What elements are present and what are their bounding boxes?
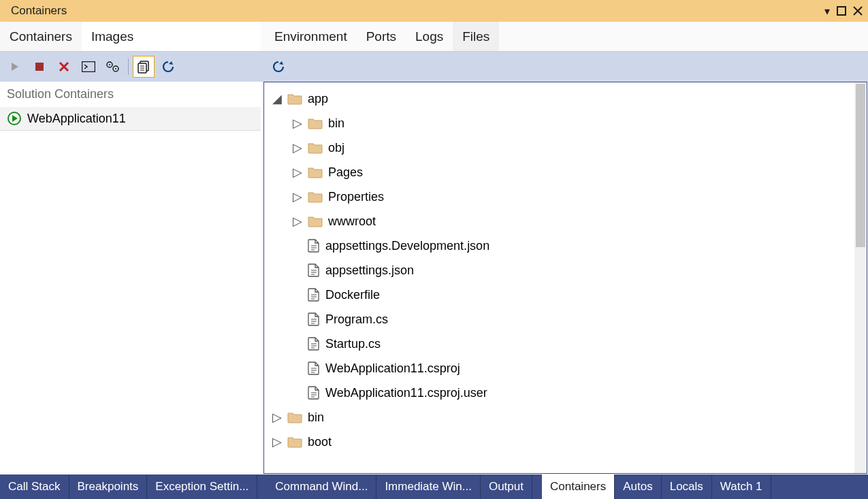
tree-row[interactable]: ▷boot [264,430,854,454]
left-tab-containers[interactable]: Containers [0,22,82,51]
tree-label: obj [328,141,344,155]
tree-row[interactable]: Program.cs [264,307,854,332]
expander-closed-icon[interactable]: ▷ [293,165,302,180]
tree-row[interactable]: Startup.cs [264,332,854,356]
left-tabs: Containers Images [0,22,261,52]
folder-icon [308,142,323,154]
tree-label: Dockerfile [325,288,380,302]
folder-icon [287,436,302,448]
right-toolbar [261,52,868,82]
tree-row[interactable]: WebApplication11.csproj.user [264,381,854,405]
tree-label: WebApplication11.csproj.user [325,386,487,400]
left-toolbar [0,52,261,82]
svg-point-4 [109,64,110,65]
right-tab-files[interactable]: Files [453,22,499,51]
tree-row[interactable]: WebApplication11.csproj [264,356,854,381]
right-tab-ports[interactable]: Ports [357,22,406,51]
scrollbar[interactable] [854,82,867,473]
left-pane: Containers Images [0,22,261,474]
bottom-tab[interactable]: Call Stack [0,474,69,499]
bottom-tabs: Call StackBreakpointsException Settin...… [0,474,868,499]
svg-rect-2 [82,62,95,72]
file-icon [308,239,320,253]
svg-point-6 [115,68,116,69]
file-tree[interactable]: ◢app▷bin▷obj▷Pages▷Properties▷wwwrootapp… [264,82,854,473]
bottom-tab[interactable]: Watch 1 [712,474,771,499]
tree-label: wwwroot [328,214,376,229]
expander-open-icon[interactable]: ◢ [272,91,282,106]
folder-icon [308,166,323,178]
expander-closed-icon[interactable]: ▷ [272,410,282,425]
tree-label: appsettings.json [325,263,414,278]
right-pane: Environment Ports Logs Files ◢app▷bin▷ob… [261,22,868,474]
file-icon [308,361,320,375]
tree-label: Properties [328,190,384,204]
tree-row[interactable]: ◢app [264,86,854,111]
delete-button[interactable] [53,56,75,78]
container-list-item[interactable]: WebApplication11 [0,107,261,131]
file-icon [308,288,320,302]
tree-row[interactable]: appsettings.Development.json [264,234,854,258]
titlebar: Containers ▾ [0,0,868,22]
tree-label: bin [308,411,324,425]
expander-closed-icon[interactable]: ▷ [293,214,302,229]
bottom-tab[interactable]: Exception Settin... [147,474,257,499]
start-button[interactable] [4,56,26,78]
folder-icon [287,411,302,423]
refresh-right-button[interactable] [268,56,289,78]
window-dropdown-icon[interactable]: ▾ [824,5,830,18]
tree-label: appsettings.Development.json [325,239,489,253]
tree-label: Pages [328,165,363,180]
tree-row[interactable]: ▷Pages [264,160,854,184]
left-body: Solution Containers WebApplication11 [0,82,261,474]
expander-closed-icon[interactable]: ▷ [293,140,302,155]
tree-row[interactable]: ▷bin [264,405,854,430]
titlebar-title: Containers [5,4,824,18]
tree-label: Program.cs [325,312,388,327]
folder-icon [308,191,323,203]
titlebar-controls: ▾ [824,5,863,18]
bottom-tab[interactable]: Command Wind... [267,474,376,499]
bottom-tab[interactable]: Breakpoints [69,474,148,499]
folder-icon [308,117,323,129]
tree-row[interactable]: ▷bin [264,111,854,135]
file-icon [308,386,320,400]
tree-label: Startup.cs [325,337,381,351]
expander-closed-icon[interactable]: ▷ [272,434,282,449]
window-close-icon[interactable] [853,6,863,16]
folder-icon [287,93,302,105]
expander-closed-icon[interactable]: ▷ [293,189,302,204]
refresh-left-button[interactable] [157,56,179,78]
file-icon [308,337,320,351]
bottom-tab[interactable]: Output [481,474,532,499]
bottom-tab[interactable]: Immediate Win... [376,474,481,499]
tree-label: app [308,92,328,106]
expander-closed-icon[interactable]: ▷ [293,116,302,131]
bottom-tab[interactable]: Containers [542,474,615,499]
right-body: ◢app▷bin▷obj▷Pages▷Properties▷wwwrootapp… [263,82,867,474]
file-icon [308,312,320,326]
scroll-thumb[interactable] [856,84,865,247]
tree-label: boot [308,435,332,449]
tree-row[interactable]: Dockerfile [264,283,854,307]
svg-rect-1 [35,63,44,71]
stop-button[interactable] [29,56,50,78]
tree-row[interactable]: ▷obj [264,135,854,160]
solution-containers-header: Solution Containers [0,82,261,107]
tree-label: WebApplication11.csproj [325,361,460,376]
running-icon [7,111,22,126]
tree-row[interactable]: appsettings.json [264,258,854,283]
copy-button[interactable] [133,56,155,78]
terminal-button[interactable] [78,56,99,78]
settings-button[interactable] [102,56,124,78]
right-tab-logs[interactable]: Logs [406,22,453,51]
left-tab-images[interactable]: Images [82,22,143,51]
right-tab-environment[interactable]: Environment [265,22,357,51]
right-tabs: Environment Ports Logs Files [261,22,868,52]
tree-row[interactable]: ▷Properties [264,184,854,209]
tree-label: bin [328,116,344,131]
tree-row[interactable]: ▷wwwroot [264,209,854,234]
bottom-tab[interactable]: Autos [615,474,661,499]
bottom-tab[interactable]: Locals [662,474,712,499]
window-maximize-icon[interactable] [837,6,846,16]
